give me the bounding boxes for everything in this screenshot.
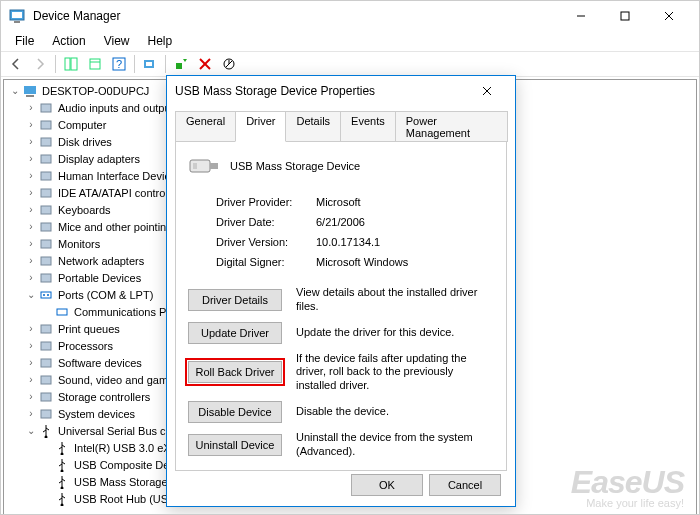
- tree-root-label: DESKTOP-O0DUPCJ: [42, 85, 149, 97]
- port-icon: [54, 304, 70, 320]
- collapse-icon[interactable]: ⌄: [8, 85, 22, 96]
- collapse-icon[interactable]: ⌄: [24, 289, 38, 300]
- menu-action[interactable]: Action: [44, 32, 93, 50]
- tree-item-label: System devices: [58, 408, 135, 420]
- dialog-close-button[interactable]: [467, 76, 507, 106]
- window-title: Device Manager: [33, 9, 559, 23]
- tree-item-label: Display adapters: [58, 153, 140, 165]
- show-hide-tree-button[interactable]: [60, 53, 82, 75]
- svg-rect-14: [146, 62, 152, 66]
- svg-rect-32: [41, 292, 51, 298]
- help-button[interactable]: ?: [108, 53, 130, 75]
- ok-button[interactable]: OK: [351, 474, 423, 496]
- disable-button[interactable]: [218, 53, 240, 75]
- close-button[interactable]: [647, 1, 691, 31]
- tab-events[interactable]: Events: [340, 111, 396, 142]
- scan-button[interactable]: [139, 53, 161, 75]
- device-category-icon: [38, 100, 54, 116]
- expand-icon[interactable]: ›: [24, 136, 38, 147]
- svg-rect-28: [41, 223, 51, 231]
- tab-driver[interactable]: Driver: [235, 111, 286, 142]
- disable-device-desc: Disable the device.: [296, 405, 494, 419]
- expand-icon[interactable]: ›: [24, 238, 38, 249]
- device-category-icon: [38, 355, 54, 371]
- menu-view[interactable]: View: [96, 32, 138, 50]
- tree-item-label: Disk drives: [58, 136, 112, 148]
- app-icon: [9, 8, 25, 24]
- svg-rect-21: [41, 104, 51, 112]
- expand-icon[interactable]: ›: [24, 255, 38, 266]
- svg-rect-26: [41, 189, 51, 197]
- expand-icon[interactable]: ›: [24, 357, 38, 368]
- update-driver-button[interactable]: [170, 53, 192, 75]
- expand-icon[interactable]: ›: [24, 119, 38, 130]
- device-name: USB Mass Storage Device: [230, 160, 360, 172]
- port-icon: [38, 287, 54, 303]
- expand-icon[interactable]: ›: [24, 391, 38, 402]
- expand-icon[interactable]: ›: [24, 221, 38, 232]
- device-category-icon: [38, 236, 54, 252]
- expand-icon[interactable]: ›: [24, 102, 38, 113]
- expand-icon[interactable]: ›: [24, 153, 38, 164]
- signer-label: Digital Signer:: [216, 256, 316, 268]
- expand-icon[interactable]: ›: [24, 408, 38, 419]
- tab-general[interactable]: General: [175, 111, 236, 142]
- svg-rect-30: [41, 257, 51, 265]
- svg-rect-27: [41, 206, 51, 214]
- expand-icon[interactable]: ›: [24, 374, 38, 385]
- device-category-icon: [38, 151, 54, 167]
- disable-device-button[interactable]: Disable Device: [188, 401, 282, 423]
- svg-rect-24: [41, 155, 51, 163]
- device-category-icon: [54, 440, 70, 456]
- uninstall-button[interactable]: [194, 53, 216, 75]
- driver-details-button[interactable]: Driver Details: [188, 289, 282, 311]
- tab-details[interactable]: Details: [285, 111, 341, 142]
- expand-icon[interactable]: ›: [24, 340, 38, 351]
- svg-rect-35: [57, 309, 67, 315]
- svg-rect-2: [14, 21, 20, 23]
- tree-item-label: Audio inputs and outputs: [58, 102, 179, 114]
- device-category-icon: [38, 168, 54, 184]
- tree-item-label: Print queues: [58, 323, 120, 335]
- properties-dialog: USB Mass Storage Device Properties Gener…: [166, 75, 516, 507]
- expand-icon[interactable]: ›: [24, 170, 38, 181]
- tree-item-label: Monitors: [58, 238, 100, 250]
- uninstall-device-desc: Uninstall the device from the system (Ad…: [296, 431, 494, 459]
- maximize-button[interactable]: [603, 1, 647, 31]
- svg-text:?: ?: [116, 58, 122, 70]
- forward-button[interactable]: [29, 53, 51, 75]
- svg-point-46: [61, 503, 64, 506]
- expand-icon[interactable]: ›: [24, 187, 38, 198]
- update-driver-button[interactable]: Update Driver: [188, 322, 282, 344]
- collapse-icon[interactable]: ⌄: [24, 425, 38, 436]
- back-button[interactable]: [5, 53, 27, 75]
- provider-label: Driver Provider:: [216, 196, 316, 208]
- rollback-driver-desc: If the device fails after updating the d…: [296, 352, 494, 393]
- signer-value: Microsoft Windows: [316, 256, 408, 268]
- properties-button[interactable]: [84, 53, 106, 75]
- svg-rect-40: [41, 393, 51, 401]
- device-category-icon: [38, 185, 54, 201]
- tree-item-label: Software devices: [58, 357, 142, 369]
- device-category-icon: [38, 321, 54, 337]
- cancel-button[interactable]: Cancel: [429, 474, 501, 496]
- tree-item-label: Network adapters: [58, 255, 144, 267]
- device-category-icon: [38, 389, 54, 405]
- rollback-driver-button[interactable]: Roll Back Driver: [188, 361, 282, 383]
- expand-icon[interactable]: ›: [24, 272, 38, 283]
- svg-point-45: [61, 486, 64, 489]
- uninstall-device-button[interactable]: Uninstall Device: [188, 434, 282, 456]
- device-category-icon: [38, 134, 54, 150]
- tree-item-label: Human Interface Devices: [58, 170, 182, 182]
- svg-point-42: [45, 435, 48, 438]
- expand-icon[interactable]: ›: [24, 323, 38, 334]
- usb-icon: [38, 423, 54, 439]
- menu-file[interactable]: File: [7, 32, 42, 50]
- svg-rect-15: [176, 63, 182, 69]
- expand-icon[interactable]: ›: [24, 204, 38, 215]
- svg-rect-25: [41, 172, 51, 180]
- menu-help[interactable]: Help: [140, 32, 181, 50]
- minimize-button[interactable]: [559, 1, 603, 31]
- device-category-icon: [38, 338, 54, 354]
- tab-power[interactable]: Power Management: [395, 111, 508, 142]
